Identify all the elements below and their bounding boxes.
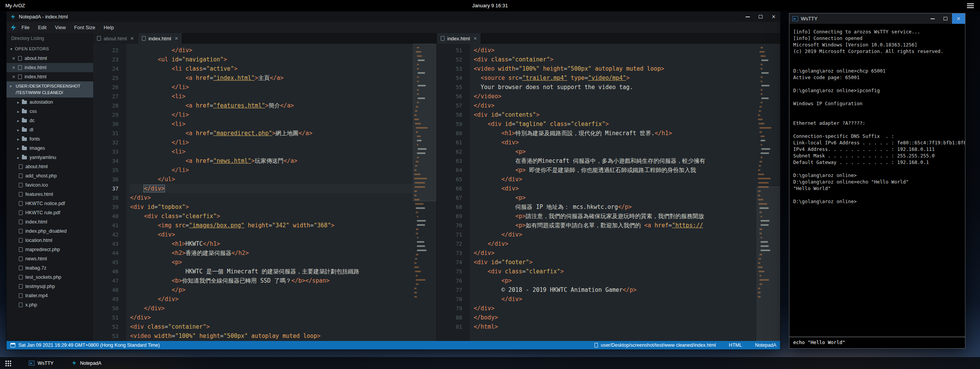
aroz-brand[interactable]: My ArOZ bbox=[5, 3, 25, 8]
code-line[interactable]: <h2>香港的建築伺服器</h2> bbox=[130, 248, 413, 258]
code-line[interactable]: </li> bbox=[130, 110, 413, 119]
code-line[interactable]: </p> bbox=[130, 285, 413, 295]
sidebar-folder[interactable]: ▸yamlyamlinu bbox=[7, 153, 93, 162]
code-line[interactable]: <a href="features.html">簡介</a> bbox=[130, 101, 413, 110]
code-line[interactable]: 伺服器 IP 地址為： mcs.hkwtc.org</p> bbox=[474, 202, 756, 212]
taskbar-item-wstty[interactable]: WsTTY bbox=[29, 357, 54, 369]
minimap-viewport[interactable] bbox=[413, 44, 436, 201]
sidebar-file[interactable]: favicon.ico bbox=[7, 180, 93, 190]
sidebar-file[interactable]: teabag.7z bbox=[7, 263, 93, 273]
terminal-output[interactable]: [info] Connecting to arozos WsTTY servic… bbox=[789, 24, 965, 337]
code-line[interactable]: </li> bbox=[130, 83, 413, 92]
line-number-gutter[interactable]: 5152535455565758596061626364656667686970… bbox=[437, 44, 470, 341]
code-line[interactable]: <li> bbox=[130, 119, 413, 129]
code-line[interactable]: </body> bbox=[474, 313, 756, 322]
sidebar-file[interactable]: test_sockets.php bbox=[7, 273, 93, 282]
line-number-gutter[interactable]: 2223242526272829303132333435363738394041… bbox=[93, 44, 126, 341]
sidebar-file[interactable]: location.html bbox=[7, 236, 93, 245]
close-button[interactable]: × bbox=[952, 13, 965, 24]
sidebar-file[interactable]: mapredirect.php bbox=[7, 245, 93, 254]
code-line[interactable]: <div id="footer"> bbox=[474, 258, 756, 267]
code-line[interactable]: <div id="topbox"> bbox=[130, 202, 413, 212]
code-line[interactable]: </div> bbox=[130, 184, 413, 193]
close-tab-icon[interactable]: ✕ bbox=[473, 36, 477, 41]
minimize-button[interactable] bbox=[926, 13, 939, 24]
code-line[interactable]: <source src="trailer.mp4" type="video/mp… bbox=[474, 73, 756, 83]
close-editor-icon[interactable]: ✕ bbox=[12, 65, 18, 70]
close-tab-icon[interactable]: ✕ bbox=[175, 36, 178, 41]
hamburger-menu-icon[interactable] bbox=[967, 5, 974, 6]
wstty-titlebar[interactable]: WsTTY × bbox=[789, 13, 965, 24]
code-line[interactable]: </div> bbox=[130, 304, 413, 313]
start-menu-icon[interactable] bbox=[5, 360, 11, 366]
code-line[interactable]: <ul id="navigation"> bbox=[130, 55, 413, 64]
sidebar-folder[interactable]: ▸css bbox=[7, 107, 93, 116]
close-button[interactable]: × bbox=[767, 12, 780, 22]
code-line[interactable]: </video> bbox=[474, 92, 756, 101]
code-line[interactable]: <div class="clearfix"> bbox=[130, 212, 413, 221]
code-line[interactable]: <img src="images/box.png" height="342" w… bbox=[130, 221, 413, 230]
sidebar-file[interactable]: news.html bbox=[7, 254, 93, 263]
terminal-input[interactable]: echo "Hello World" bbox=[789, 337, 965, 348]
code-line[interactable]: </div> bbox=[474, 46, 756, 55]
code-line[interactable]: <div id="contents"> bbox=[474, 110, 756, 119]
code-line[interactable]: </div> bbox=[474, 239, 756, 248]
code-line[interactable]: <p> bbox=[474, 147, 756, 156]
code-line[interactable]: <div class="container"> bbox=[474, 55, 756, 64]
code-line[interactable]: </div> bbox=[130, 295, 413, 304]
workspace-root[interactable]: ▾ USER:/DESKTOP/SCREENSHOT /TEST/WWW CLE… bbox=[7, 81, 93, 98]
sidebar-file[interactable]: about.html bbox=[7, 162, 93, 171]
sidebar-folder[interactable]: ▸autostation bbox=[7, 98, 93, 107]
code-editor[interactable]: </div> <ul id="navigation"> <li class="a… bbox=[126, 44, 413, 341]
code-line[interactable]: <p>請注意，我們的伺服器為確保玩家及遊玩時的質素，我們對的服務開放 bbox=[474, 212, 756, 221]
code-line[interactable]: <p> 即使你不是建築師，你也能透過紅石師或鐵路工程師的身份加入我 bbox=[474, 165, 756, 175]
code-line[interactable]: </div> bbox=[474, 175, 756, 184]
minimize-button[interactable] bbox=[741, 12, 754, 22]
editor-tab[interactable]: index.html✕ bbox=[138, 33, 182, 44]
minimap[interactable] bbox=[756, 44, 780, 341]
close-editor-icon[interactable]: ✕ bbox=[12, 74, 18, 79]
maximize-button[interactable] bbox=[754, 12, 767, 22]
code-line[interactable]: </li> bbox=[130, 138, 413, 147]
code-line[interactable]: <a href="news.html">玩家傳送門</a> bbox=[130, 156, 413, 165]
code-line[interactable]: </div> bbox=[474, 101, 756, 110]
editor-tab[interactable]: about.html✕ bbox=[93, 33, 138, 44]
code-line[interactable]: </html> bbox=[474, 322, 756, 331]
open-editor-item[interactable]: ✕index.html bbox=[7, 63, 93, 72]
menu-file[interactable]: File bbox=[17, 22, 34, 33]
editor-tab[interactable]: index.html✕ bbox=[437, 33, 481, 44]
code-line[interactable]: <div class="clearfix"> bbox=[474, 267, 756, 276]
sidebar-file[interactable]: features.html bbox=[7, 190, 93, 199]
sidebar-file[interactable]: x.php bbox=[7, 300, 93, 309]
code-line[interactable]: <video width="100%" height="500px" autop… bbox=[130, 331, 413, 341]
code-line[interactable]: <div> bbox=[474, 138, 756, 147]
sidebar-folder[interactable]: ▸images bbox=[7, 144, 93, 153]
close-tab-icon[interactable]: ✕ bbox=[130, 36, 134, 41]
menu-view[interactable]: View bbox=[51, 22, 70, 33]
code-line[interactable]: <a href="mapredirect.php">網上地圖</a> bbox=[130, 129, 413, 138]
code-line[interactable]: </div> bbox=[130, 46, 413, 55]
code-line[interactable]: <a href="index.html">主頁</a> bbox=[130, 73, 413, 83]
taskbar-item-notepada[interactable]: NotepadA bbox=[71, 357, 102, 369]
code-line[interactable]: <div> bbox=[130, 230, 413, 239]
sidebar-folder[interactable]: ▸dl bbox=[7, 125, 93, 134]
code-line[interactable]: <p> bbox=[130, 258, 413, 267]
code-line[interactable]: <div class="container"> bbox=[130, 322, 413, 331]
code-line[interactable]: <p> bbox=[474, 193, 756, 202]
code-line[interactable]: <p>如有問題或需要申請白名單，歡迎加入我們的 <a href="https:/… bbox=[474, 221, 756, 230]
code-line[interactable]: </div> bbox=[130, 193, 413, 202]
menu-edit[interactable]: Edit bbox=[34, 22, 51, 33]
code-line[interactable]: HKWTC 是一個 Minecraft 的建築伺服器，主要建築計劃包括鐵路 bbox=[130, 267, 413, 276]
sidebar-file[interactable]: index.html bbox=[7, 217, 93, 227]
code-line[interactable]: 在香港的Minecraft 伺服器中，多為小遊戲和純生存的伺服器，較少擁有 bbox=[474, 156, 756, 165]
sidebar-file[interactable]: HKWTC notice.pdf bbox=[7, 199, 93, 208]
minimap-viewport[interactable] bbox=[756, 187, 780, 341]
code-line[interactable]: © 2018 - 2019 HKWTC Animation Gamer</p> bbox=[474, 285, 756, 295]
code-line[interactable]: <li class="active"> bbox=[130, 64, 413, 73]
minimap[interactable] bbox=[413, 44, 436, 341]
code-line[interactable]: <li> bbox=[130, 147, 413, 156]
code-editor[interactable]: </div><div class="container"><video widt… bbox=[470, 44, 756, 341]
code-line[interactable]: <div id="tagline" class="clearfix"> bbox=[474, 119, 756, 129]
code-line[interactable]: </div> bbox=[474, 295, 756, 304]
code-line[interactable]: <div> bbox=[474, 184, 756, 193]
